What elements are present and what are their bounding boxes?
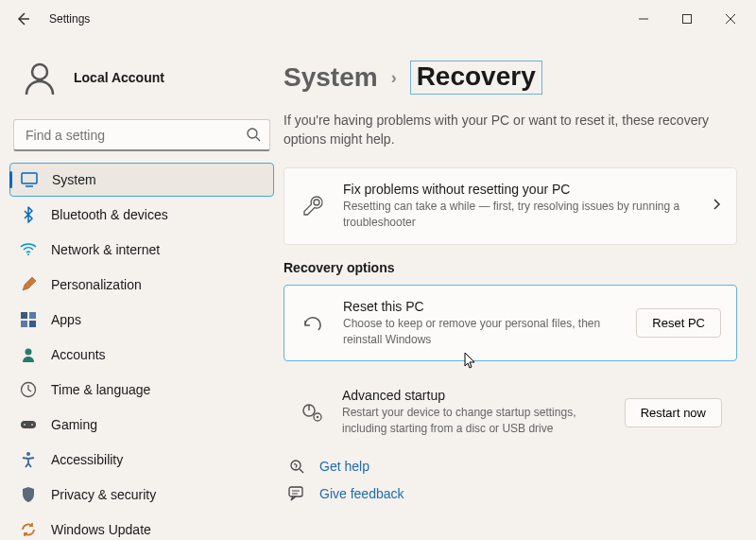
svg-rect-10 (21, 312, 27, 319)
fix-title: Fix problems without resetting your PC (343, 182, 695, 197)
help-icon (287, 458, 306, 475)
svg-rect-27 (289, 487, 302, 496)
avatar (19, 57, 60, 98)
svg-rect-12 (21, 321, 27, 327)
nav-label: Gaming (51, 417, 97, 432)
nav-label: Privacy & security (51, 487, 156, 502)
give-feedback-row: Give feedback (284, 480, 737, 507)
system-icon (20, 170, 39, 189)
get-help-row: Get help (284, 452, 737, 480)
update-icon (19, 520, 38, 539)
titlebar: Settings (0, 0, 756, 38)
personalization-icon (19, 275, 38, 294)
nav-label: Accessibility (51, 452, 123, 467)
breadcrumb: System › Recovery (284, 61, 737, 95)
main-content: System › Recovery If you're having probl… (284, 38, 756, 540)
accessibility-icon (19, 450, 38, 469)
accounts-icon (19, 345, 38, 364)
nav-label: Windows Update (51, 522, 151, 537)
svg-point-14 (26, 349, 32, 356)
svg-rect-13 (29, 321, 36, 327)
intro-text: If you're having problems with your PC o… (284, 112, 737, 148)
chevron-right-icon (712, 198, 721, 215)
close-button[interactable] (709, 0, 752, 38)
nav: System Bluetooth & devices Network & int… (9, 163, 274, 540)
svg-rect-1 (683, 15, 692, 24)
bluetooth-icon (19, 205, 38, 224)
back-button[interactable] (4, 0, 42, 38)
breadcrumb-current: Recovery (410, 61, 542, 95)
gaming-icon (19, 415, 38, 434)
sidebar: Local Account System Bluetooth & devices… (0, 38, 284, 540)
svg-point-5 (248, 129, 257, 138)
power-gear-icon (299, 402, 325, 423)
nav-label: Network & internet (51, 242, 160, 257)
nav-system[interactable]: System (9, 163, 274, 197)
nav-accounts[interactable]: Accounts (9, 338, 274, 372)
svg-point-18 (31, 424, 33, 426)
window-controls (622, 0, 752, 38)
reset-pc-card: Reset this PC Choose to keep or remove y… (284, 285, 737, 362)
svg-point-19 (26, 452, 30, 456)
advanced-startup-row: Advanced startup Restart your device to … (284, 376, 737, 448)
nav-network[interactable]: Network & internet (9, 233, 274, 267)
svg-rect-11 (29, 312, 36, 319)
clock-icon (19, 380, 38, 399)
account-name: Local Account (74, 70, 164, 85)
minimize-button[interactable] (622, 0, 665, 38)
get-help-link[interactable]: Get help (319, 459, 369, 474)
nav-apps[interactable]: Apps (9, 303, 274, 337)
svg-rect-16 (21, 421, 36, 428)
svg-line-6 (256, 137, 260, 141)
nav-label: System (52, 172, 96, 187)
nav-bluetooth[interactable]: Bluetooth & devices (9, 198, 274, 232)
svg-point-25 (295, 468, 296, 469)
svg-point-17 (24, 424, 26, 426)
nav-personalization[interactable]: Personalization (9, 268, 274, 302)
nav-label: Time & language (51, 382, 150, 397)
wifi-icon (19, 240, 38, 259)
reset-icon (300, 314, 326, 333)
nav-time-language[interactable]: Time & language (9, 373, 274, 407)
nav-accessibility[interactable]: Accessibility (9, 443, 274, 477)
search-icon (246, 127, 261, 146)
advanced-title: Advanced startup (342, 388, 608, 403)
wrench-icon (300, 195, 326, 218)
restart-now-button[interactable]: Restart now (625, 398, 722, 427)
give-feedback-link[interactable]: Give feedback (319, 486, 404, 501)
svg-line-26 (300, 469, 303, 473)
nav-gaming[interactable]: Gaming (9, 408, 274, 442)
svg-point-23 (317, 416, 318, 418)
reset-subtitle: Choose to keep or remove your personal f… (343, 316, 619, 348)
chevron-right-icon: › (391, 68, 397, 88)
reset-pc-button[interactable]: Reset PC (636, 308, 721, 338)
nav-label: Accounts (51, 347, 106, 362)
reset-title: Reset this PC (343, 299, 619, 314)
maximize-button[interactable] (665, 0, 709, 38)
account-row[interactable]: Local Account (9, 49, 274, 113)
titlebar-left: Settings (4, 0, 622, 38)
svg-rect-7 (22, 173, 37, 183)
shield-icon (19, 485, 38, 504)
apps-icon (19, 310, 38, 329)
back-arrow-icon (15, 11, 30, 26)
fix-problems-card[interactable]: Fix problems without resetting your PC R… (284, 167, 737, 245)
fix-subtitle: Resetting can take a while — first, try … (343, 199, 695, 231)
svg-point-9 (27, 253, 29, 255)
nav-windows-update[interactable]: Windows Update (9, 513, 274, 540)
nav-label: Bluetooth & devices (51, 207, 168, 222)
search-input[interactable] (13, 119, 270, 151)
feedback-icon (287, 486, 306, 501)
advanced-subtitle: Restart your device to change startup se… (342, 405, 608, 437)
search-wrap (13, 119, 270, 151)
window-title: Settings (49, 12, 90, 26)
breadcrumb-parent[interactable]: System (284, 62, 378, 93)
nav-label: Personalization (51, 277, 142, 292)
help-links: Get help Give feedback (284, 452, 737, 507)
recovery-options-header: Recovery options (284, 260, 737, 275)
svg-point-4 (32, 64, 47, 79)
nav-privacy[interactable]: Privacy & security (9, 478, 274, 512)
nav-label: Apps (51, 312, 81, 327)
